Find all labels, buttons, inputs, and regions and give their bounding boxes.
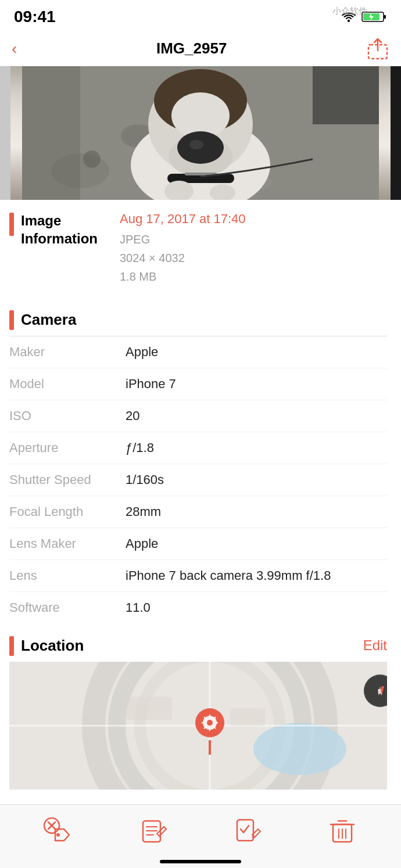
image-format: JPEG [120, 230, 387, 249]
image-info-title: ImageInformation [21, 211, 120, 248]
camera-row: Maker Apple [9, 336, 387, 368]
camera-row: Lens Maker Apple [9, 528, 387, 560]
edit-pen-icon [232, 817, 263, 844]
tag-remove-icon [44, 817, 74, 844]
svg-point-16 [189, 140, 203, 149]
image-info-details: Aug 17, 2017 at 17:40 JPEG 3024 × 4032 1… [120, 211, 387, 286]
image-information-section: ImageInformation Aug 17, 2017 at 17:40 J… [0, 200, 401, 297]
share-button[interactable] [366, 37, 389, 60]
svg-rect-31 [230, 708, 265, 726]
image-left-sliver [0, 66, 10, 200]
location-header-left: Location [9, 635, 84, 656]
camera-section-title: Camera [21, 311, 76, 329]
location-section: Location Edit N [0, 623, 401, 790]
camera-row: Shutter Speed 1/160s [9, 464, 387, 496]
share-icon [367, 38, 388, 60]
bottom-toolbar [0, 804, 401, 868]
row-label: Shutter Speed [9, 472, 126, 487]
camera-row: Aperture ƒ/1.8 [9, 432, 387, 464]
page-title: IMG_2957 [156, 40, 227, 58]
image-dimensions: 3024 × 4032 [120, 249, 387, 267]
row-label: ISO [9, 408, 126, 424]
image-info-label: ImageInformation [21, 211, 120, 248]
status-time: 09:41 [14, 8, 56, 26]
trash-icon [327, 817, 357, 844]
home-indicator [160, 860, 241, 863]
svg-point-0 [348, 20, 350, 22]
location-header: Location Edit [9, 635, 387, 656]
camera-rows: Maker Apple Model iPhone 7 ISO 20 Apertu… [9, 336, 387, 623]
camera-accent-bar [9, 310, 14, 330]
row-value: 20 [126, 408, 387, 424]
svg-point-9 [83, 150, 101, 168]
row-value: Apple [126, 345, 387, 360]
camera-section: Camera Maker Apple Model iPhone 7 ISO 20… [0, 297, 401, 623]
edit-sticker-icon [138, 817, 169, 844]
row-value: iPhone 7 [126, 376, 387, 392]
svg-line-56 [164, 827, 166, 829]
row-label: Lens [9, 568, 126, 583]
camera-row: Model iPhone 7 [9, 368, 387, 400]
delete-button[interactable] [327, 817, 357, 844]
svg-rect-30 [126, 697, 172, 720]
row-value: Apple [126, 536, 387, 551]
map-container[interactable]: N [9, 662, 387, 790]
row-label: Focal Length [9, 504, 126, 519]
row-label: Model [9, 376, 126, 392]
image-right-sliver [391, 66, 401, 200]
row-label: Lens Maker [9, 536, 126, 551]
row-label: Maker [9, 345, 126, 360]
row-label: Aperture [9, 440, 126, 455]
location-accent-bar [9, 636, 14, 656]
nav-bar: ‹ IMG_2957 [0, 31, 401, 66]
edit-sticker-button[interactable] [138, 817, 169, 844]
image-date: Aug 17, 2017 at 17:40 [120, 211, 387, 227]
location-edit-button[interactable]: Edit [363, 637, 387, 654]
svg-point-39 [207, 720, 213, 726]
image-filesize: 1.8 MB [120, 267, 387, 286]
svg-rect-22 [22, 66, 80, 200]
row-value: 1/160s [126, 472, 387, 487]
svg-point-27 [253, 723, 346, 775]
tag-remove-button[interactable] [44, 817, 74, 844]
map-svg: N [9, 662, 387, 790]
location-section-title: Location [21, 637, 84, 655]
camera-header: Camera [9, 309, 387, 330]
row-label: Software [9, 600, 126, 615]
row-value: ƒ/1.8 [126, 440, 387, 455]
row-value: iPhone 7 back camera 3.99mm f/1.8 [126, 568, 387, 583]
camera-row: Software 11.0 [9, 592, 387, 623]
section-accent-bar [9, 213, 14, 236]
dog-photo-svg [10, 66, 391, 200]
camera-row: ISO 20 [9, 400, 387, 432]
row-value: 28mm [126, 504, 387, 519]
main-image[interactable] [10, 66, 391, 200]
row-value: 11.0 [126, 600, 387, 615]
edit-pen-button[interactable] [232, 817, 263, 844]
svg-rect-2 [384, 15, 386, 19]
image-strip [0, 66, 401, 200]
svg-rect-21 [313, 66, 379, 124]
camera-row: Focal Length 28mm [9, 496, 387, 528]
back-button[interactable]: ‹ [12, 40, 17, 58]
watermark: 小众软件 [332, 6, 367, 17]
svg-point-51 [56, 833, 60, 837]
camera-row: Lens iPhone 7 back camera 3.99mm f/1.8 [9, 560, 387, 592]
